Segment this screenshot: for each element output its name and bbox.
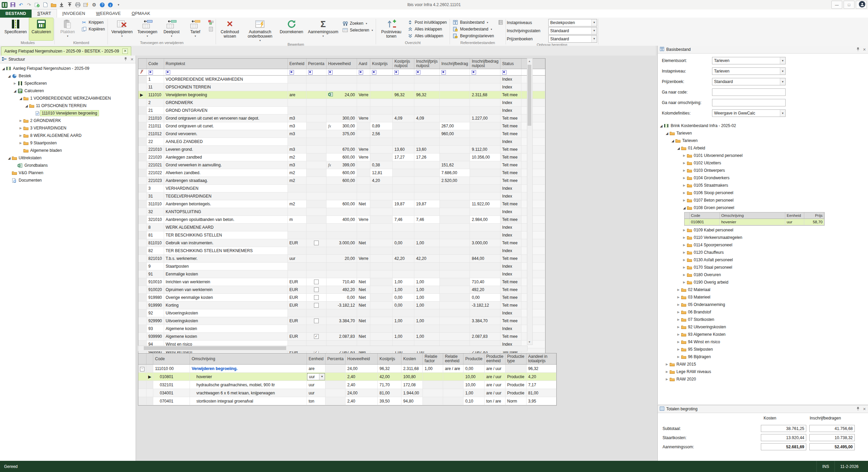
verwijderen-button[interactable]: Verwijderen ▾ bbox=[109, 18, 135, 40]
expand-icon[interactable]: ▶ bbox=[682, 251, 686, 254]
cell-romptekst[interactable]: Aanbrengen opsluitbanden van beton. bbox=[164, 216, 288, 224]
expand-icon[interactable]: ▶ bbox=[676, 325, 680, 329]
cell-code[interactable]: 111010 bbox=[146, 91, 164, 99]
cell-hoeveelheid[interactable]: 3.000,00 bbox=[326, 239, 357, 247]
cell-code[interactable]: 032101 bbox=[153, 381, 190, 389]
cell-knp[interactable]: 0,00 bbox=[393, 302, 414, 309]
import-icon[interactable] bbox=[59, 2, 64, 8]
cell-relatie-eenheid[interactable] bbox=[443, 397, 463, 405]
cell-ib[interactable] bbox=[439, 91, 470, 99]
cell-hoeveelheid[interactable]: 600,00 bbox=[326, 200, 357, 208]
grid-row-910020[interactable]: 910020Opruimen van werkterreinEUR492,20N… bbox=[138, 286, 545, 294]
cell-code[interactable]: 22 bbox=[146, 138, 164, 146]
filter-icon[interactable] bbox=[166, 70, 170, 75]
cell-percentage[interactable] bbox=[306, 161, 326, 169]
grid-row-11[interactable]: 11OPSCHONEN TERREINIndex bbox=[138, 83, 545, 91]
filter-icon[interactable] bbox=[328, 70, 333, 75]
chevron-down-icon[interactable]: ▼ bbox=[780, 68, 785, 75]
row-selector[interactable] bbox=[138, 122, 146, 130]
cell-status[interactable]: Telt mee bbox=[500, 278, 521, 286]
aannemingssom-button[interactable]: Σ Aannemingssom ▾ bbox=[305, 18, 340, 42]
basisbestand-tree-item[interactable]: ▶ 0103 Ontwerpers bbox=[658, 167, 868, 174]
undo-icon[interactable]: ↶ bbox=[18, 2, 24, 8]
cell-code[interactable]: 2 bbox=[146, 99, 164, 107]
cell-code[interactable]: 8 bbox=[146, 224, 164, 231]
cell-knp[interactable] bbox=[393, 177, 414, 185]
cell-percentage[interactable] bbox=[306, 255, 326, 263]
cell-aandeel[interactable]: 96,32 bbox=[526, 365, 556, 373]
grid-row-21[interactable]: 21GROND ONTGRAVENIndex bbox=[138, 107, 545, 115]
cell-ibnp[interactable]: 2.311,68 bbox=[470, 91, 500, 99]
cell-status[interactable]: Telt mee bbox=[500, 216, 521, 224]
cell-hoeveelheid[interactable]: 300,00 bbox=[326, 115, 357, 122]
column-header-inschrijfprijs-nulpost[interactable]: Inschrijfprijs nulpost bbox=[414, 59, 439, 69]
cell-inp[interactable]: 19,87 bbox=[414, 200, 439, 208]
cell-inp[interactable] bbox=[414, 177, 439, 185]
expand-icon[interactable]: ▶ bbox=[19, 134, 23, 137]
alles-uitklappen-button[interactable]: Alles uitklappen bbox=[406, 33, 449, 39]
collapse-icon[interactable]: ◢ bbox=[13, 89, 17, 93]
close-panel-icon[interactable]: ✕ bbox=[863, 47, 866, 52]
cell-eenheid[interactable]: are bbox=[307, 365, 326, 373]
column-header-romptekst[interactable]: Romptekst bbox=[164, 59, 288, 69]
cell-knp[interactable]: 13,60 bbox=[393, 146, 414, 153]
cell-hoeveelheid[interactable]: 24,00 bbox=[326, 91, 357, 99]
cell-ibnp[interactable]: 11.922,00 bbox=[470, 200, 500, 208]
ribbon-tab-opmaak[interactable]: OPMAAK bbox=[126, 9, 156, 18]
cell-status[interactable]: Index bbox=[500, 99, 521, 107]
column-header-eenheid[interactable]: Eenheid bbox=[288, 59, 306, 69]
cell-eenheid[interactable]: EUR bbox=[288, 286, 306, 294]
cell-status[interactable]: Telt mee bbox=[500, 146, 521, 153]
cell-eenheid[interactable]: EUR bbox=[288, 333, 306, 341]
cell-hoeveelheid[interactable]: 0,00 bbox=[326, 294, 357, 302]
grid-row-211011[interactable]: 211011Grond ontgraven uit cunet.m3fx300,… bbox=[138, 122, 545, 130]
cell-eenheid[interactable]: uur bbox=[307, 381, 326, 389]
basisbestand-tree-item[interactable]: ◢ 01 Arbeid bbox=[658, 144, 868, 152]
cell-kp[interactable] bbox=[370, 91, 393, 99]
cell-inp[interactable]: 96,32 bbox=[414, 91, 439, 99]
cell-percentage[interactable] bbox=[306, 200, 326, 208]
cell-code[interactable]: 221020 bbox=[146, 153, 164, 161]
deelpost-button[interactable]: Deelpost ▾ bbox=[160, 18, 183, 40]
cell-aard[interactable]: Niet bbox=[357, 239, 370, 247]
cell-ibnp[interactable] bbox=[470, 130, 500, 138]
basisbestand-tree-item[interactable]: ▶ 96 Bijdragen bbox=[658, 353, 868, 361]
cell-eenheid[interactable]: m2 bbox=[288, 177, 306, 185]
minimize-button[interactable]: — bbox=[831, 1, 842, 9]
collapse-box-icon[interactable]: − bbox=[140, 367, 144, 371]
basisbestand-tree-item[interactable]: ◢ Brink Kostenbestand Infra - 2025-02 bbox=[658, 122, 868, 129]
cell-code[interactable]: 31 bbox=[146, 192, 164, 200]
cell-ibnp[interactable]: -3.182,12 bbox=[470, 302, 500, 309]
cell-ibnp[interactable] bbox=[470, 169, 500, 177]
cell-kosten[interactable]: 2.311,68 bbox=[401, 365, 423, 373]
cell-ib[interactable] bbox=[439, 294, 470, 302]
expand-icon[interactable]: ▶ bbox=[676, 303, 680, 306]
cell-code[interactable]: 311010 bbox=[146, 200, 164, 208]
structuur-tree-item[interactable]: ▶ 2 GRONDWERK bbox=[0, 117, 136, 124]
collapse-icon[interactable]: ◢ bbox=[1, 67, 5, 70]
expand-icon[interactable]: ▶ bbox=[682, 199, 686, 202]
basisbestand-tree-item[interactable]: ▶ 0170 Staal personeel bbox=[658, 264, 868, 271]
settings-icon[interactable]: ⚙ bbox=[91, 2, 97, 8]
cell-hoeveelheid[interactable]: fx399,00 bbox=[326, 161, 357, 169]
cell-aard[interactable]: Verre bbox=[357, 146, 370, 153]
specificeren-button[interactable]: Specificeren bbox=[2, 18, 29, 40]
detail-row-010801[interactable]: ▶010801hovenieruur▼2,4042,00100,8010,00a… bbox=[138, 373, 556, 381]
grid-row-311010[interactable]: 311010Aanbrengen betontegels.m2600,00Nie… bbox=[138, 200, 545, 208]
cell-ib[interactable] bbox=[439, 255, 470, 263]
cell-inp[interactable]: 17,26 bbox=[414, 153, 439, 161]
basisbestand-tree-item[interactable]: ◢ 0108 Groen personeel bbox=[658, 204, 868, 211]
cell-code[interactable]: 221023 bbox=[146, 177, 164, 185]
filter-cell[interactable] bbox=[370, 69, 393, 76]
row-selector[interactable] bbox=[138, 333, 146, 341]
cell-percentage[interactable] bbox=[306, 169, 326, 177]
grid-row-211010[interactable]: 211010Grond ontgraven uit cunet en vervo… bbox=[138, 115, 545, 122]
chevron-down-icon[interactable]: ▼ bbox=[780, 110, 785, 117]
maximize-button[interactable]: □ bbox=[844, 1, 854, 9]
cell-kp[interactable] bbox=[370, 294, 393, 302]
cell-percentage[interactable] bbox=[306, 115, 326, 122]
cell-eenheid[interactable]: EUR bbox=[288, 317, 306, 325]
row-selector[interactable] bbox=[138, 107, 146, 115]
cell-romptekst[interactable]: Aanbrengen straatlaag. bbox=[164, 177, 288, 185]
row-selector[interactable] bbox=[138, 146, 146, 153]
